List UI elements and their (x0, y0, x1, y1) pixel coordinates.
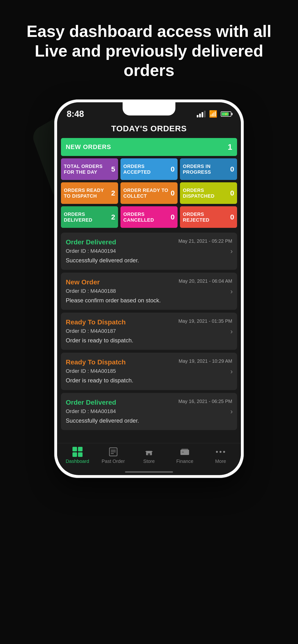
orders-dispatched-label: ORDERS DISPATCHED (183, 187, 228, 199)
stats-row-2: ORDERS READY TO DISPATCH 2 ORDER READY T… (61, 182, 237, 204)
app-header-title: TODAY'S ORDERS (111, 124, 187, 133)
new-orders-card[interactable]: NEW ORDERS 1 (61, 138, 237, 156)
nav-finance[interactable]: Finance (167, 446, 203, 464)
nav-finance-label: Finance (176, 458, 193, 464)
order-2-desc: Please confirm order based on stock. (66, 296, 232, 304)
orders-rejected-label: ORDERS REJECTED (183, 211, 228, 223)
orders-ready-dispatch-card[interactable]: ORDERS READY TO DISPATCH 2 (61, 182, 118, 204)
order-ready-collect-count: 0 (171, 189, 175, 197)
nav-dashboard-label: Dashboard (66, 458, 89, 464)
status-time: 8:48 (67, 109, 84, 119)
orders-inprogress-label: ORDERS IN PROGRESS (183, 164, 228, 175)
phone-screen: 8:48 📶 ⚡ TODAY'S ORDERS (57, 102, 241, 475)
past-order-icon (107, 446, 119, 457)
nav-more-label: More (215, 458, 226, 464)
orders-cancelled-count: 0 (171, 213, 175, 221)
stats-row-1: TOTAL ORDERS FOR THE DAY 5 ORDERS ACCEPT… (61, 158, 237, 180)
orders-list: Order Delivered May 21, 2021 - 05:22 PM … (57, 233, 241, 443)
orders-inprogress-count: 0 (230, 165, 234, 173)
order-1-id: Order ID : M4A00194 (66, 248, 232, 254)
dashboard-icon (72, 446, 83, 457)
wifi-icon: 📶 (209, 110, 217, 118)
phone-notch (123, 102, 175, 116)
svg-point-10 (220, 451, 221, 453)
orders-cancelled-label: ORDERS CANCELLED (123, 211, 169, 223)
status-icons: 📶 ⚡ (197, 110, 231, 118)
headline: Easy dashboard access with all Live and … (0, 22, 298, 80)
more-icon (215, 446, 226, 457)
orders-rejected-count: 0 (230, 213, 234, 221)
phone-frame: 8:48 📶 ⚡ TODAY'S ORDERS (54, 100, 244, 478)
orders-delivered-card[interactable]: ORDERS DELIVERED 2 (61, 206, 118, 228)
order-2-chevron: › (230, 287, 233, 296)
orders-ready-dispatch-label: ORDERS READY TO DISPATCH (64, 187, 109, 199)
orders-delivered-label: ORDERS DELIVERED (64, 211, 109, 223)
order-3-desc: Order is ready to dispatch. (66, 336, 232, 344)
order-5-id: Order ID : M4A00184 (66, 408, 232, 414)
order-card-3[interactable]: Ready To Dispatch May 19, 2021 - 01:35 P… (61, 313, 237, 350)
nav-dashboard[interactable]: Dashboard (60, 446, 95, 464)
order-1-desc: Successfully delivered order. (66, 256, 232, 264)
stats-row-3: ORDERS DELIVERED 2 ORDERS CANCELLED 0 OR… (61, 206, 237, 228)
order-card-5[interactable]: Order Delivered May 16, 2021 - 06:25 PM … (61, 393, 237, 430)
total-orders-card[interactable]: TOTAL ORDERS FOR THE DAY 5 (61, 158, 118, 180)
order-card-2[interactable]: New Order May 20, 2021 - 06:04 AM Order … (61, 273, 237, 310)
order-1-date: May 21, 2021 - 05:22 PM (178, 238, 232, 244)
orders-delivered-count: 2 (111, 213, 115, 221)
battery-icon: ⚡ (221, 112, 231, 117)
orders-accepted-label: ORDERS ACCEPTED (123, 164, 169, 175)
order-1-status: Order Delivered (66, 238, 116, 246)
total-orders-label: TOTAL ORDERS FOR THE DAY (64, 164, 109, 175)
orders-ready-dispatch-count: 2 (111, 189, 115, 197)
orders-accepted-card[interactable]: ORDERS ACCEPTED 0 (120, 158, 178, 180)
order-4-status: Ready To Dispatch (66, 358, 126, 366)
svg-rect-7 (181, 449, 188, 450)
order-5-status: Order Delivered (66, 399, 116, 406)
order-3-date: May 19, 2021 - 01:35 PM (178, 318, 232, 324)
order-card-4[interactable]: Ready To Dispatch May 19, 2021 - 10:29 A… (61, 353, 237, 390)
orders-cancelled-card[interactable]: ORDERS CANCELLED 0 (120, 206, 178, 228)
bottom-nav: Dashboard Past Order (57, 443, 241, 471)
total-orders-count: 5 (111, 165, 115, 173)
order-4-date: May 19, 2021 - 10:29 AM (179, 358, 232, 364)
order-2-status: New Order (66, 278, 100, 286)
nav-store[interactable]: Store (131, 446, 167, 464)
order-3-chevron: › (230, 327, 233, 336)
svg-point-9 (216, 451, 218, 453)
nav-past-order[interactable]: Past Order (95, 446, 131, 464)
order-ready-collect-label: ORDER READY TO COLLECT (123, 187, 169, 199)
store-icon (143, 446, 155, 457)
orders-rejected-card[interactable]: ORDERS REJECTED 0 (180, 206, 237, 228)
order-4-chevron: › (230, 367, 233, 376)
order-5-desc: Successfully delivered order. (66, 417, 232, 424)
svg-rect-5 (148, 453, 150, 455)
order-3-status: Ready To Dispatch (66, 318, 126, 326)
order-3-id: Order ID : M4A00187 (66, 328, 232, 334)
order-card-1[interactable]: Order Delivered May 21, 2021 - 05:22 PM … (61, 233, 237, 270)
order-5-date: May 16, 2021 - 06:25 PM (178, 399, 232, 404)
order-1-chevron: › (230, 247, 233, 255)
order-4-id: Order ID : M4A00185 (66, 368, 232, 374)
orders-dispatched-card[interactable]: ORDERS DISPATCHED 0 (180, 182, 237, 204)
new-orders-count: 1 (228, 142, 232, 152)
order-4-desc: Order is ready to dispatch. (66, 376, 232, 384)
orders-dispatched-count: 0 (230, 189, 234, 197)
orders-inprogress-card[interactable]: ORDERS IN PROGRESS 0 (180, 158, 237, 180)
svg-point-11 (223, 451, 225, 453)
svg-rect-6 (181, 450, 189, 455)
orders-accepted-count: 0 (171, 165, 175, 173)
order-5-chevron: › (230, 407, 233, 416)
order-2-date: May 20, 2021 - 06:04 AM (179, 278, 232, 284)
order-2-id: Order ID : M4A00188 (66, 288, 232, 294)
app-header: TODAY'S ORDERS (57, 122, 241, 138)
order-ready-collect-card[interactable]: ORDER READY TO COLLECT 0 (120, 182, 178, 204)
new-orders-label: NEW ORDERS (66, 143, 111, 151)
finance-icon (179, 446, 191, 457)
home-indicator (125, 471, 173, 473)
nav-past-order-label: Past Order (101, 458, 125, 464)
nav-more[interactable]: More (203, 446, 238, 464)
signal-icon (197, 111, 206, 118)
stats-grid: NEW ORDERS 1 TOTAL ORDERS FOR THE DAY 5 … (57, 138, 241, 233)
nav-store-label: Store (143, 458, 155, 464)
